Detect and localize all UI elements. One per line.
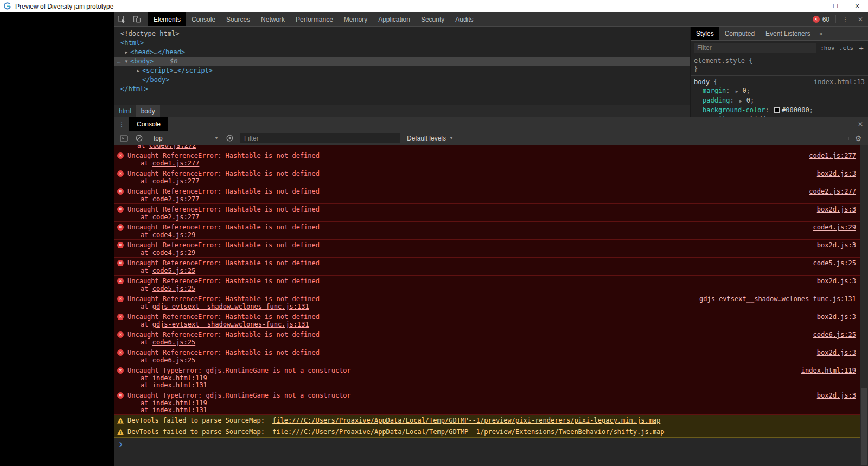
console-stack-link[interactable]: code0.js:272 (149, 145, 196, 149)
console-stack-link[interactable]: index.html:131 (152, 381, 207, 389)
console-source-link[interactable]: box2d.js:3 (817, 277, 856, 285)
tab-event-listeners[interactable]: Event Listeners (760, 27, 816, 40)
class-toggle[interactable]: .cls (839, 44, 854, 52)
console-context-selector[interactable]: top ▼ (150, 135, 222, 142)
console-source-link[interactable]: index.html:119 (801, 366, 856, 375)
console-stack-link[interactable]: code6.js:25 (152, 356, 195, 364)
dom-node-doctype[interactable]: <!doctype html> (114, 29, 690, 39)
live-expression-button[interactable] (222, 134, 237, 142)
pseudo-state-toggle[interactable]: :hov (820, 44, 835, 52)
log-levels-selector[interactable]: Default levels ▼ (407, 135, 454, 142)
console-scrollbar[interactable] (860, 145, 868, 466)
expand-arrow-icon[interactable]: ▶ (734, 89, 743, 94)
console-stack-link[interactable]: code1.js:277 (152, 159, 200, 167)
tab-console[interactable]: Console (129, 117, 168, 131)
console-source-link[interactable]: code2.js:277 (809, 187, 856, 196)
device-toolbar-button[interactable] (129, 12, 144, 26)
console-source-link[interactable]: code6.js:25 (813, 330, 856, 339)
minimize-button[interactable]: ─ (803, 0, 825, 12)
tab-styles[interactable]: Styles (691, 27, 719, 40)
console-drawer-menu-button[interactable]: ⋮ (114, 117, 129, 131)
console-settings-button[interactable]: ⚙ (851, 134, 866, 143)
console-stack-link[interactable]: index.html:131 (152, 406, 207, 414)
console-warning-link[interactable]: file:///C:/Users/Proaxive/AppData/Local/… (272, 428, 664, 436)
dom-node-script[interactable]: ▶<script>…</script> (114, 66, 690, 75)
console-error-main: ✕Uncaught ReferenceError: Hashtable is n… (117, 277, 856, 285)
tab-performance[interactable]: Performance (290, 12, 339, 26)
devtools-menu-button[interactable]: ⋮ (838, 12, 853, 26)
color-swatch[interactable] (774, 107, 780, 113)
close-button[interactable]: ✕ (846, 0, 868, 12)
console-stack-link[interactable]: code2.js:277 (152, 195, 200, 203)
dom-node-body-close[interactable]: </body> (114, 75, 690, 85)
dom-node-html-close[interactable]: </html> (114, 85, 690, 94)
console-source-link[interactable]: gdjs-evtsext__shadow…wclones-func.js:131 (699, 295, 856, 303)
console-close-button[interactable]: ✕ (853, 117, 868, 131)
new-style-rule-button[interactable]: + (858, 43, 865, 53)
maximize-button[interactable]: ☐ (825, 0, 846, 12)
collapsed-ellipsis[interactable]: … (174, 66, 177, 75)
console-sidebar-toggle[interactable] (116, 135, 131, 142)
console-source-link[interactable]: box2d.js:3 (817, 205, 856, 214)
console-stack-link[interactable]: code6.js:25 (152, 339, 195, 346)
console-stack-link[interactable]: code2.js:277 (152, 213, 200, 221)
console-source-link[interactable]: box2d.js:3 (817, 391, 856, 400)
console-stack-link[interactable]: index.html:119 (152, 374, 207, 382)
element-style-block[interactable]: element.style { } (691, 55, 868, 76)
console-prompt[interactable]: ❯ (114, 438, 860, 451)
expand-arrow-icon[interactable]: ▶ (738, 99, 746, 104)
tab-computed[interactable]: Computed (719, 27, 760, 40)
console-source-link[interactable]: box2d.js:3 (817, 241, 856, 250)
scrollbar-thumb[interactable] (861, 388, 867, 465)
console-stack-link[interactable]: code5.js:25 (152, 267, 195, 275)
breadcrumb-html[interactable]: html (114, 105, 136, 117)
console-stack-link[interactable]: code5.js:25 (152, 285, 195, 292)
tab-application[interactable]: Application (373, 12, 416, 26)
console-stack-line: at code4.js:29 (117, 232, 856, 239)
console-stack-link[interactable]: index.html:119 (152, 399, 207, 407)
expand-arrow-icon[interactable]: ▶ (135, 66, 142, 75)
expand-arrow-icon[interactable]: ▶ (123, 48, 130, 57)
more-tabs-chevron-icon[interactable]: » (816, 27, 826, 40)
console-source-link[interactable]: code5.js:25 (813, 259, 856, 267)
tab-security[interactable]: Security (416, 12, 450, 26)
console-source-link[interactable]: box2d.js:3 (817, 312, 856, 321)
css-rule-source-link[interactable]: index.html:13 (814, 78, 865, 86)
inspect-element-button[interactable] (114, 12, 129, 26)
console-empty-area[interactable] (114, 451, 860, 466)
console-stack-link[interactable]: code4.js:29 (152, 249, 195, 257)
console-source-link[interactable]: code4.js:29 (813, 223, 856, 232)
dom-node-head[interactable]: ▶<head>…</head> (114, 48, 690, 57)
console-source-link[interactable]: box2d.js:3 (817, 169, 856, 178)
clear-console-button[interactable] (131, 134, 146, 142)
console-stack-link[interactable]: code4.js:29 (152, 231, 195, 239)
tab-memory[interactable]: Memory (339, 12, 373, 26)
dom-node-html-open[interactable]: <html> (114, 39, 690, 48)
console-stack-link[interactable]: code1.js:277 (152, 177, 200, 185)
css-property[interactable]: padding: ▶ 0; (694, 96, 865, 106)
dom-node-body[interactable]: …▼<body>== $0 (114, 57, 690, 66)
error-count-badge[interactable]: ✕ 60 (808, 12, 834, 26)
tab-audits[interactable]: Audits (450, 12, 478, 26)
tab-network[interactable]: Network (256, 12, 290, 26)
console-stack-link[interactable]: gdjs-evtsext__shadow…wclones-func.js:131 (152, 321, 309, 328)
collapse-arrow-icon[interactable]: ▼ (123, 57, 130, 66)
collapsed-ellipsis[interactable]: … (154, 48, 157, 57)
devtools-close-button[interactable]: ✕ (853, 12, 868, 26)
css-property[interactable]: margin: ▶ 0; (694, 86, 865, 96)
stack-at-label: at (141, 381, 152, 389)
node-options-icon[interactable]: … (115, 57, 123, 66)
console-filter-input[interactable] (240, 133, 400, 143)
breadcrumb-body[interactable]: body (136, 105, 160, 117)
tab-elements[interactable]: Elements (148, 12, 186, 26)
console-warning-link[interactable]: file:///C:/Users/Proaxive/AppData/Local/… (272, 417, 660, 424)
console-error-row-partial: at code0.js:272 (114, 145, 860, 150)
tab-sources[interactable]: Sources (221, 12, 256, 26)
styles-filter-input[interactable] (694, 43, 816, 53)
console-source-link[interactable]: box2d.js:3 (817, 348, 856, 357)
tab-console[interactable]: Console (186, 12, 221, 26)
css-property[interactable]: background-color: #000000; (694, 106, 865, 114)
console-source-link[interactable]: code1.js:277 (809, 151, 856, 160)
css-selector[interactable]: body (694, 78, 710, 86)
console-stack-link[interactable]: gdjs-evtsext__shadow…wclones-func.js:131 (152, 303, 309, 310)
